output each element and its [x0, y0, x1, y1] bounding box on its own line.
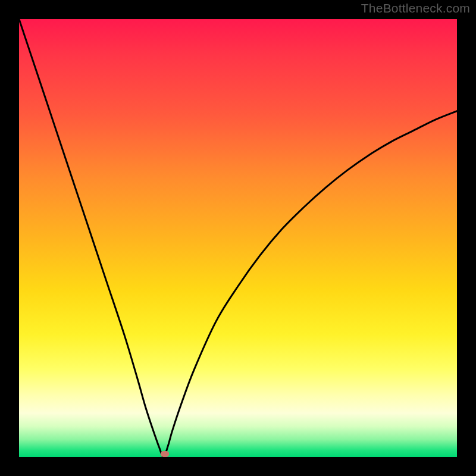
optimal-point-marker	[161, 451, 169, 457]
plot-area	[19, 19, 457, 457]
bottleneck-curve	[19, 19, 457, 457]
chart-frame: TheBottleneck.com	[0, 0, 476, 476]
watermark-text: TheBottleneck.com	[361, 1, 470, 15]
